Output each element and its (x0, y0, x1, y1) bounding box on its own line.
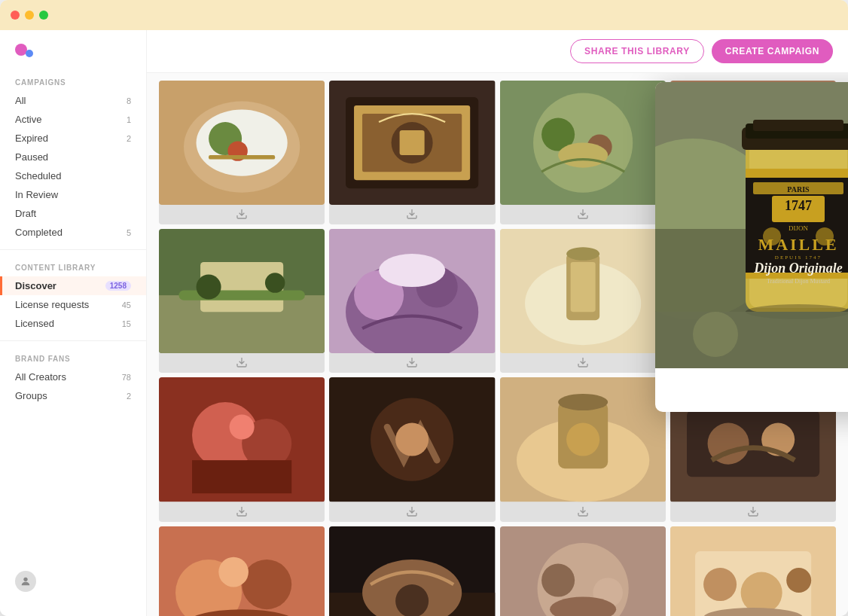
svg-point-38 (566, 247, 599, 261)
sidebar-item-active[interactable]: Active 1 (0, 110, 146, 129)
sidebar-item-scheduled[interactable]: Scheduled (0, 166, 146, 185)
download-icon-7[interactable] (500, 353, 666, 373)
create-campaign-button[interactable]: CREATE CAMPAIGN (712, 39, 833, 63)
svg-rect-69 (192, 461, 291, 494)
gallery-cell-2[interactable] (329, 81, 495, 224)
maximize-button[interactable] (39, 11, 48, 20)
download-icon-5[interactable] (159, 353, 325, 373)
gallery-image-11 (500, 377, 666, 502)
gallery-cell-1[interactable] (159, 81, 325, 224)
sidebar-item-inreview-label: In Review (15, 189, 58, 200)
svg-text:DEPUIS 1747: DEPUIS 1747 (775, 255, 822, 261)
sidebar-badge-all: 8 (127, 96, 131, 105)
download-icon-1[interactable] (159, 205, 325, 224)
gallery-cell-3[interactable] (500, 81, 666, 224)
gallery-image-3 (500, 81, 666, 205)
svg-text:PARIS: PARIS (787, 185, 810, 194)
sidebar-bottom (0, 562, 146, 601)
sidebar-badge-groups: 2 (127, 392, 131, 401)
gallery-image-5 (159, 229, 325, 353)
sidebar-item-all-creators[interactable]: All Creators 78 (0, 367, 146, 386)
gallery-cell-13[interactable] (159, 526, 325, 616)
svg-rect-49 (746, 169, 848, 178)
svg-rect-13 (400, 130, 425, 155)
gallery-image-1 (159, 81, 325, 205)
sidebar-item-discover[interactable]: Discover 1258 (0, 276, 146, 295)
svg-point-28 (265, 273, 285, 293)
svg-point-99 (703, 568, 737, 601)
logo-dot-blue (26, 50, 33, 57)
download-icon-9[interactable] (159, 502, 325, 522)
gallery-image-7 (500, 229, 666, 353)
gallery-cell-10[interactable] (329, 377, 495, 521)
app-body: CAMPAIGNS All 8 Active 1 Expired 2 Pause… (0, 30, 848, 616)
sidebar-item-draft-label: Draft (15, 208, 36, 219)
logo-area (0, 30, 146, 72)
svg-rect-7 (209, 155, 275, 160)
svg-text:Traditional Dijon Mustard: Traditional Dijon Mustard (767, 278, 830, 285)
download-icon-12[interactable] (670, 502, 836, 522)
sidebar-item-groups-label: Groups (15, 390, 47, 401)
gallery-cell-14[interactable] (329, 526, 495, 616)
user-avatar[interactable] (15, 571, 36, 592)
svg-point-94 (541, 563, 575, 596)
sidebar-item-licensed[interactable]: Licensed 15 (0, 314, 146, 333)
sidebar-item-active-label: Active (15, 114, 41, 125)
sidebar-item-paused-label: Paused (15, 151, 48, 163)
sidebar-item-allcreators-label: All Creators (15, 371, 66, 383)
gallery-cell-9[interactable] (159, 377, 325, 521)
traffic-lights (11, 11, 48, 20)
close-button[interactable] (11, 11, 20, 20)
image-popup[interactable]: PARIS 1747 DIJON (655, 82, 848, 412)
gallery-cell-16[interactable] (670, 526, 836, 616)
svg-point-100 (740, 572, 782, 613)
gallery-image-10 (329, 377, 495, 502)
svg-point-91 (395, 584, 429, 616)
sidebar-badge-expired: 2 (127, 134, 131, 143)
svg-point-87 (218, 557, 249, 587)
sidebar-item-in-review[interactable]: In Review (0, 185, 146, 204)
download-icon-3[interactable] (500, 205, 666, 224)
gallery-cell-6[interactable] (329, 229, 495, 373)
gallery-image-16 (670, 526, 836, 616)
sidebar-item-all[interactable]: All 8 (0, 91, 146, 110)
svg-text:Dijon Originale: Dijon Originale (753, 261, 843, 276)
minimize-button[interactable] (25, 11, 34, 20)
svg-point-78 (566, 423, 599, 456)
svg-text:DIJON: DIJON (789, 224, 808, 232)
gallery-cell-7[interactable] (500, 229, 666, 373)
svg-point-85 (242, 560, 291, 609)
sidebar-item-expired[interactable]: Expired 2 (0, 129, 146, 148)
sidebar: CAMPAIGNS All 8 Active 1 Expired 2 Pause… (0, 30, 147, 616)
sidebar-item-licenserequests-label: License requests (15, 299, 89, 310)
download-icon-2[interactable] (329, 205, 495, 224)
app-window: CAMPAIGNS All 8 Active 1 Expired 2 Pause… (0, 0, 848, 616)
gallery-grid: PARIS 1747 DIJON (159, 81, 836, 616)
sidebar-item-discover-label: Discover (15, 280, 56, 291)
sidebar-item-scheduled-label: Scheduled (15, 170, 61, 181)
sidebar-item-completed[interactable]: Completed 5 (0, 223, 146, 242)
svg-rect-63 (655, 312, 848, 368)
gallery[interactable]: PARIS 1747 DIJON (147, 73, 848, 616)
popup-image: PARIS 1747 DIJON (655, 82, 848, 368)
sidebar-item-licensed-label: Licensed (15, 318, 54, 329)
sidebar-badge-discover: 1258 (105, 281, 131, 291)
download-icon-6[interactable] (329, 353, 495, 373)
svg-point-18 (558, 143, 608, 168)
gallery-cell-5[interactable] (159, 229, 325, 373)
svg-text:1747: 1747 (785, 198, 812, 213)
campaigns-section-title: CAMPAIGNS (0, 72, 146, 91)
sidebar-item-draft[interactable]: Draft (0, 204, 146, 223)
download-icon-11[interactable] (500, 502, 666, 522)
gallery-cell-15[interactable] (500, 526, 666, 616)
sidebar-item-expired-label: Expired (15, 133, 48, 144)
content-library-section-title: CONTENT LIBRARY (0, 258, 146, 276)
sidebar-item-groups[interactable]: Groups 2 (0, 386, 146, 405)
titlebar (0, 0, 848, 30)
gallery-cell-11[interactable] (500, 377, 666, 521)
share-library-button[interactable]: SHARE THIS LIBRARY (570, 39, 704, 63)
sidebar-item-license-requests[interactable]: License requests 45 (0, 295, 146, 314)
download-icon-10[interactable] (329, 502, 495, 522)
gallery-image-15 (500, 526, 666, 616)
sidebar-item-paused[interactable]: Paused (0, 148, 146, 166)
